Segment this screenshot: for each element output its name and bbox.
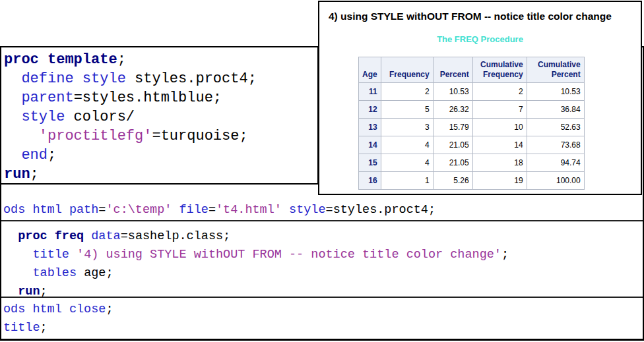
table-cell: 52.63	[527, 119, 584, 136]
table-cell: 5.26	[433, 172, 472, 190]
table-header-cell: Cumulative Percent	[527, 57, 584, 83]
age-row-header-cell: 14	[359, 136, 381, 154]
table-row: 11210.53210.53	[359, 83, 585, 101]
table-row: 13315.791052.63	[359, 119, 585, 136]
freq-table-wrap: AgeFrequencyPercentCumulative FrequencyC…	[358, 57, 641, 190]
table-header-cell: Cumulative Frequency	[472, 57, 527, 83]
table-cell: 3	[381, 119, 433, 136]
table-row: 15421.051894.74	[359, 154, 585, 172]
table-row: 12526.32736.84	[359, 101, 585, 119]
table-cell: 15.79	[433, 119, 472, 136]
ods-close-code-block[interactable]: ods html close;title;	[1, 298, 643, 339]
template-code-block[interactable]: proc template; define style styles.proct…	[1, 47, 319, 185]
age-row-header-cell: 12	[359, 101, 381, 119]
procedure-title: The FREQ Procedure	[319, 34, 641, 44]
table-cell: 14	[472, 136, 527, 154]
table-cell: 4	[381, 154, 433, 172]
table-cell: 21.05	[433, 136, 472, 154]
table-cell: 2	[381, 83, 433, 101]
table-cell: 36.84	[527, 101, 584, 119]
table-cell: 5	[381, 101, 433, 119]
table-cell: 2	[472, 83, 527, 101]
code-line: ods html path='c:\temp' file='t4.html' s…	[3, 201, 435, 219]
code-line: run;	[4, 165, 317, 184]
code-line: define style styles.proct4;	[4, 69, 317, 88]
table-header-cell: Percent	[433, 57, 472, 83]
table-cell: 19	[472, 172, 527, 190]
table-cell: 7	[472, 101, 527, 119]
table-header-row: AgeFrequencyPercentCumulative FrequencyC…	[359, 57, 585, 83]
code-line: title;	[3, 319, 643, 337]
table-header-cell: Frequency	[381, 57, 433, 83]
code-line: ods html close;	[3, 300, 643, 319]
screenshot-canvas: proc template; define style styles.proct…	[0, 0, 644, 342]
table-cell: 100.00	[527, 172, 584, 190]
table-cell: 10	[472, 119, 527, 136]
age-row-header-cell: 15	[359, 154, 381, 172]
code-line: proc freq data=sashelp.class;	[3, 227, 643, 246]
table-cell: 26.32	[433, 101, 472, 119]
table-row: 14421.051473.68	[359, 136, 585, 154]
table-cell: 21.05	[433, 154, 472, 172]
table-cell: 10.53	[527, 83, 584, 101]
table-cell: 18	[472, 154, 527, 172]
age-row-header-cell: 16	[359, 172, 381, 190]
freq-table: AgeFrequencyPercentCumulative FrequencyC…	[358, 57, 585, 190]
table-row: 1615.2619100.00	[359, 172, 585, 190]
code-line: title '4) using STYLE withOUT FROM -- no…	[3, 246, 643, 264]
ods-output-window: 4) using STYLE withOUT FROM -- notice ti…	[318, 1, 642, 195]
proc-freq-code-block[interactable]: proc freq data=sashelp.class; title '4) …	[1, 221, 643, 298]
table-cell: 10.53	[433, 83, 472, 101]
code-line: proc template;	[4, 50, 317, 69]
table-cell: 94.74	[527, 154, 584, 172]
code-line: tables age;	[3, 264, 643, 283]
table-cell: 1	[381, 172, 433, 190]
table-body: 11210.53210.5312526.32736.8413315.791052…	[359, 83, 585, 190]
table-header-cell: Age	[359, 57, 381, 83]
code-line: parent=styles.htmlblue;	[4, 88, 317, 107]
table-cell: 73.68	[527, 136, 584, 154]
code-line: end;	[4, 146, 317, 165]
code-line: style colors/	[4, 107, 317, 127]
report-title: 4) using STYLE withOUT FROM -- notice ti…	[329, 11, 635, 22]
code-line: 'proctitlefg'=turquoise;	[4, 127, 317, 146]
age-row-header-cell: 11	[359, 83, 381, 101]
age-row-header-cell: 13	[359, 119, 381, 136]
table-cell: 4	[381, 136, 433, 154]
